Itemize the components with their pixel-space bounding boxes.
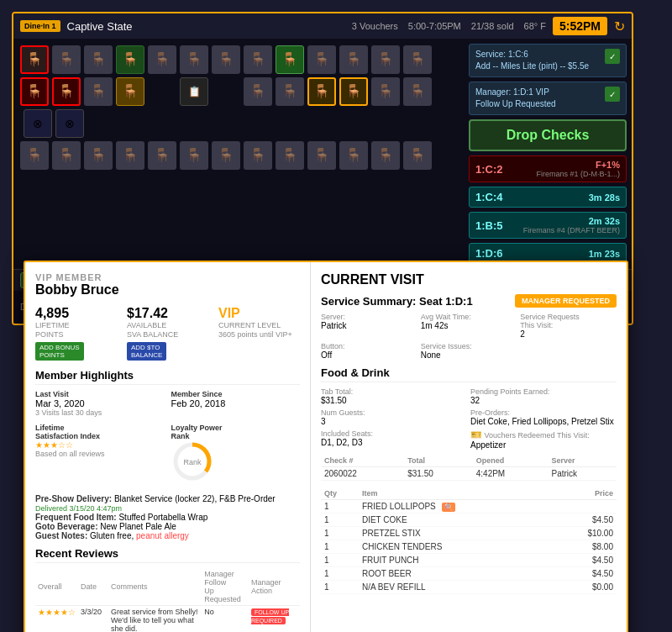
avg-wait-label: Avg Wait Time: — [421, 313, 517, 321]
detail-panel: VIP MEMBER Bobby Bruce 4,895 LifetimePoi… — [24, 261, 628, 632]
vip-level: VIP — [218, 306, 300, 321]
seat-r2-1[interactable]: 🪑 — [20, 77, 49, 106]
check-col-server: Server — [548, 455, 617, 467]
item-root-beer: 1 ROOT BEER $4.50 — [321, 567, 617, 581]
service-grid: Server: Patrick Avg Wait Time: 1m 42s Se… — [321, 313, 617, 360]
add-bonus-button[interactable]: ADD BONUSPOINTS — [35, 342, 84, 361]
item-diet-coke: 1 DIET COKE $4.50 — [321, 514, 617, 527]
seat-r2-10[interactable]: 🪑 — [371, 77, 400, 106]
seat-8[interactable]: 🪑 — [244, 45, 272, 74]
seat-r4-6[interactable]: 🪑 — [180, 141, 208, 170]
seat-12[interactable]: 🪑 — [371, 45, 400, 74]
item-bev-refill: 1 N/A BEV REFILL $0.00 — [321, 581, 617, 594]
vip-stats: 4,895 LifetimePoints ADD BONUSPOINTS $17… — [35, 306, 300, 361]
seat-3[interactable]: 🪑 — [84, 45, 113, 74]
item-col-item: Item — [359, 487, 554, 500]
seat-6[interactable]: 🪑 — [180, 45, 208, 74]
pre-orders-value: Diet Coke, Fried Lollipops, Pretzel Stix — [470, 417, 617, 426]
service-label: Service: 1:C:6 — [475, 49, 589, 61]
highlight-grid: Last Visit Mar 3, 2020 3 Visits last 30 … — [35, 390, 300, 486]
drop-checks-button[interactable]: Drop Checks — [469, 119, 627, 151]
item-fruit-punch: 1 FRUIT PUNCH $4.50 — [321, 554, 617, 567]
seat-1[interactable]: 🪑 — [20, 45, 49, 74]
service-card[interactable]: Service: 1:C:6 Add -- Miles Lite (pint) … — [469, 44, 627, 77]
tab-total-value: $31.50 — [321, 396, 467, 405]
manager-check-icon[interactable]: ✓ — [605, 87, 620, 102]
detail-right: CURRENT VISIT Service Summary: Seat 1:D:… — [311, 262, 627, 632]
refresh-icon[interactable]: ↻ — [614, 18, 625, 34]
seat-r2-5[interactable]: 📋 — [180, 77, 208, 106]
add-to-balance-button[interactable]: ADD $TOBALANCE — [127, 342, 166, 361]
fd-title: Food & Drink — [321, 366, 617, 382]
seat-11[interactable]: 🪑 — [339, 45, 368, 74]
pos-sidebar: Service: 1:C:6 Add -- Miles Lite (pint) … — [464, 39, 632, 269]
included-seats-value: D1, D2, D3 — [321, 438, 467, 447]
seat-r2-9[interactable]: 🪑 — [339, 77, 368, 106]
peanut-allergy: peanut allergy — [136, 531, 189, 540]
seat-r4-3[interactable]: 🪑 — [84, 141, 113, 170]
table-1c2-detail: Firemans #1 (D-M·B-1...) — [536, 170, 620, 178]
seat-r4-4[interactable]: 🪑 — [116, 141, 144, 170]
seat-2[interactable]: 🪑 — [52, 45, 81, 74]
review-1-stars: ★★★★☆ — [38, 608, 76, 617]
item-chicken-tenders: 1 CHICKEN TENDERS $8.00 — [321, 540, 617, 554]
seat-5[interactable]: 🪑 — [148, 45, 176, 74]
check-1-server: Patrick — [548, 467, 617, 481]
pending-points-value: 32 — [470, 396, 617, 405]
loyalty-box: Loyalty PowerRank Rank — [171, 424, 301, 486]
seat-r2-3[interactable]: 🪑 — [84, 77, 113, 106]
seat-r4-8[interactable]: 🪑 — [244, 141, 272, 170]
seat-r2-4[interactable]: 🪑 — [116, 77, 144, 106]
seat-r4-11[interactable]: 🪑 — [339, 141, 368, 170]
seat-r2-6[interactable]: 🪑 — [244, 77, 272, 106]
clock-display[interactable]: 5:52PM — [553, 17, 607, 35]
button-label: Button: — [321, 342, 417, 350]
seat-special-1[interactable]: ⊗ — [24, 109, 52, 138]
satisfaction-sub: Based on all reviews — [35, 450, 165, 458]
seat-r4-1[interactable]: 🪑 — [20, 141, 49, 170]
member-since-box: Member Since Feb 20, 2018 — [171, 390, 301, 417]
seat-r2-8[interactable]: 🪑 — [307, 77, 336, 106]
voucher-count: 3 Vouchers — [352, 21, 398, 31]
pos-header: Dine·In 1 Captive State 3 Vouchers 5:00-… — [13, 13, 632, 39]
review-1-follow: No — [202, 605, 249, 632]
sva-label: AvailableSVA Balance — [127, 321, 208, 340]
manager-requested-badge: MANAGER REQUESTED — [515, 294, 617, 308]
seat-special-2[interactable]: ⊗ — [55, 109, 84, 138]
pre-orders-label: Pre-Orders: — [470, 408, 617, 417]
sold-count: 21/38 sold — [471, 21, 514, 31]
table-1b5-detail: Firemans #4 (DRAFT BEER) — [523, 226, 620, 234]
vip-header: VIP MEMBER Bobby Bruce — [35, 272, 300, 298]
seat-4[interactable]: 🪑 — [116, 45, 144, 74]
table-1b5[interactable]: 1:B:5 2m 32s Firemans #4 (DRAFT BEER) — [469, 212, 627, 239]
service-check-icon[interactable]: ✓ — [605, 49, 620, 64]
sva-value: $17.42 — [127, 306, 208, 321]
vouchers-redeemed-value: Appetizer — [470, 440, 617, 450]
lifetime-points-value: 4,895 — [35, 306, 117, 321]
seat-r4-12[interactable]: 🪑 — [371, 141, 400, 170]
seat-r4-5[interactable]: 🪑 — [148, 141, 176, 170]
seat-r4-7[interactable]: 🪑 — [212, 141, 240, 170]
item-table: Qty Item Price 1 FRIED LOLLIPOPS 🍭 1 DIE… — [321, 487, 617, 594]
seat-r2-11[interactable]: 🪑 — [403, 77, 432, 106]
table-1c4[interactable]: 1:C:4 3m 28s — [469, 187, 627, 208]
seat-13[interactable]: 🪑 — [403, 45, 432, 74]
seat-r4-13[interactable]: 🪑 — [403, 141, 432, 170]
seat-r2-7[interactable]: 🪑 — [276, 77, 304, 106]
manager-card[interactable]: Manager: 1:D:1 VIP Follow Up Requested ✓ — [469, 82, 627, 115]
seat-10[interactable]: 🪑 — [307, 45, 336, 74]
seat-9[interactable]: 🪑 — [276, 45, 304, 74]
seat-r4-10[interactable]: 🪑 — [307, 141, 336, 170]
beverage-value: New Planet Pale Ale — [100, 522, 176, 531]
check-table: Check # Total Opened Server 2060022 $31.… — [321, 455, 617, 481]
table-1c2[interactable]: 1:C:2 F+1% Firemans #1 (D-M·B-1...) — [469, 155, 627, 182]
vouchers-redeemed-label: 🎫 Vouchers Redeemed This Visit: — [470, 429, 617, 440]
table-1c2-id: 1:C:2 — [475, 163, 503, 176]
seat-r4-9[interactable]: 🪑 — [276, 141, 304, 170]
pos-logo: Dine·In 1 — [20, 20, 60, 32]
satisfaction-box: LifetimeSatisfaction Index ★★★☆☆ Based o… — [35, 424, 165, 486]
seat-r2-2[interactable]: 🪑 — [52, 77, 81, 106]
check-col-number: Check # — [321, 455, 404, 467]
seat-7[interactable]: 🪑 — [212, 45, 240, 74]
seat-r4-2[interactable]: 🪑 — [52, 141, 81, 170]
